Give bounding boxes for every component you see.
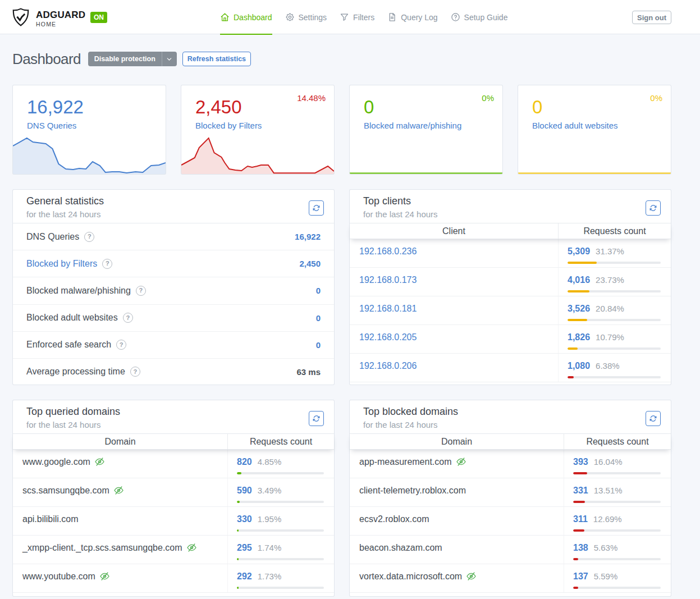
requests-cell: 1,080 6.38%	[559, 354, 671, 382]
chevron-down-icon	[166, 56, 172, 62]
general-statistics-row: Average processing time ? 63 ms	[13, 359, 334, 385]
requests-count: 311	[573, 514, 588, 525]
nav-item[interactable]: Filters	[340, 0, 374, 34]
help-icon[interactable]: ?	[102, 259, 112, 269]
table-row: scs.samsungqbe.com 590 3.49%	[13, 478, 334, 507]
stat-card: 0 Blocked malware/phishing 0%	[349, 85, 503, 175]
logo-sub-text: HOME	[36, 21, 85, 28]
requests-cell: 292 1.73%	[228, 564, 334, 592]
nav-item-label: Dashboard	[234, 13, 272, 22]
column-header-domain[interactable]: Domain	[350, 434, 564, 449]
column-header-domain[interactable]: Domain	[13, 434, 228, 449]
requests-bar-fill	[568, 347, 578, 350]
sign-out-button[interactable]: Sign out	[632, 11, 671, 24]
client-ip-link[interactable]: 192.168.0.181	[359, 304, 417, 313]
requests-bar-track	[573, 501, 661, 503]
requests-percent: 13.51%	[594, 485, 623, 496]
main-nav: Dashboard Settings Filters	[220, 0, 507, 34]
stat-card: 16,922 DNS Queries	[12, 85, 166, 175]
top-queried-domains-card: Top queried domains for the last 24 hour…	[12, 400, 335, 597]
client-ip-link[interactable]: 192.168.0.236	[359, 246, 417, 256]
requests-percent: 1.95%	[258, 514, 282, 525]
general-statistics-row: DNS Queries ? 16,922	[13, 223, 334, 250]
help-icon[interactable]: ?	[130, 367, 140, 377]
requests-percent: 23.73%	[596, 275, 624, 286]
funnel-icon	[340, 12, 349, 22]
requests-count: 138	[573, 542, 588, 554]
domain-name: www.youtube.com	[22, 571, 95, 581]
help-icon[interactable]: ?	[116, 340, 126, 350]
client-ip-link[interactable]: 192.168.0.206	[359, 361, 417, 371]
nav-item[interactable]: Query Log	[387, 0, 437, 34]
disable-protection-button[interactable]: Disable protection	[88, 52, 162, 66]
requests-bar-track	[568, 262, 661, 264]
nav-item-label: Setup Guide	[464, 13, 508, 22]
requests-bar-track	[237, 558, 324, 560]
refresh-card-button[interactable]	[646, 200, 661, 216]
nav-item[interactable]: Dashboard	[220, 0, 272, 34]
requests-bar-track	[573, 472, 661, 474]
requests-line: 820 4.85%	[237, 456, 324, 468]
stat-cards-row: 16,922 DNS Queries 2,450 Blocked by Filt…	[12, 85, 671, 175]
adguard-logo[interactable]: ADGUARD HOME	[12, 8, 85, 28]
refresh-statistics-button[interactable]: Refresh statistics	[182, 52, 251, 66]
client-cell: 192.168.0.205	[350, 325, 559, 353]
nav-item[interactable]: Setup Guide	[451, 0, 508, 34]
client-ip-link[interactable]: 192.168.0.173	[359, 275, 417, 285]
help-icon[interactable]: ?	[136, 286, 146, 296]
requests-bar-track	[237, 472, 324, 474]
client-cell: 192.168.0.236	[350, 239, 559, 267]
requests-cell: 4,016 23.73%	[559, 268, 671, 296]
card-header: General statistics for the last 24 hours	[13, 190, 334, 223]
domain-cell: client-telemetry.roblox.com	[350, 478, 564, 506]
requests-percent: 20.84%	[596, 303, 624, 314]
requests-bar-fill	[568, 262, 597, 264]
requests-count: 3,526	[568, 303, 590, 314]
stat-card-label[interactable]: Blocked malware/phishing	[364, 120, 461, 131]
eye-off-icon	[99, 571, 110, 582]
requests-line: 4,016 23.73%	[568, 275, 661, 286]
column-header-requests-count[interactable]: Requests count	[559, 223, 671, 239]
refresh-icon	[312, 414, 321, 423]
document-icon	[387, 12, 397, 22]
column-header-requests-count[interactable]: Requests count	[564, 434, 671, 449]
requests-cell: 330 1.95%	[228, 507, 334, 535]
nav-item-label: Settings	[299, 13, 327, 22]
column-header-requests-count[interactable]: Requests count	[228, 434, 334, 449]
requests-bar-fill	[568, 376, 574, 378]
domain-name: ecsv2.roblox.com	[359, 514, 429, 524]
stat-card-label[interactable]: Blocked adult websites	[532, 120, 618, 131]
column-header-client[interactable]: Client	[350, 223, 559, 239]
requests-bar-track	[573, 587, 661, 589]
requests-count: 1,080	[568, 360, 590, 372]
stat-row-value: 0	[316, 340, 321, 350]
table-row: 192.168.0.206 1,080 6.38%	[350, 354, 671, 382]
nav-item[interactable]: Settings	[285, 0, 327, 34]
help-icon[interactable]: ?	[84, 232, 94, 242]
table-row: 192.168.0.236 5,309 31.37%	[350, 239, 671, 268]
nav-item-label: Query Log	[401, 13, 437, 22]
requests-percent: 5.63%	[594, 542, 618, 554]
stat-card-label[interactable]: Blocked by Filters	[195, 120, 262, 131]
card-subtitle: for the last 24 hours	[26, 209, 321, 220]
stat-row-label: Blocked adult websites	[26, 313, 118, 323]
refresh-card-button[interactable]	[309, 411, 324, 426]
domain-name: app-measurement.com	[359, 457, 452, 467]
table-row: app-measurement.com 393 16.04%	[350, 450, 671, 478]
disable-protection-dropdown-button[interactable]	[162, 52, 177, 66]
table-row: 192.168.0.181 3,526 20.84%	[350, 296, 671, 325]
requests-line: 5,309 31.37%	[568, 246, 661, 257]
general-statistics-list: DNS Queries ? 16,922 Blocked by Filters …	[13, 223, 334, 385]
refresh-icon	[312, 204, 321, 212]
refresh-card-button[interactable]	[646, 411, 661, 426]
help-icon[interactable]: ?	[123, 313, 133, 323]
eye-off-icon	[113, 485, 124, 496]
refresh-card-button[interactable]	[309, 200, 324, 216]
table-header: Domain Requests count	[350, 434, 671, 450]
requests-count: 292	[237, 571, 252, 582]
requests-line: 393 16.04%	[573, 456, 661, 468]
domain-name: _xmpp-client._tcp.scs.samsungqbe.com	[22, 543, 182, 552]
dashboard-content: Dashboard Disable protection Refresh sta…	[12, 49, 671, 597]
client-ip-link[interactable]: 192.168.0.205	[359, 332, 417, 342]
stat-card-label[interactable]: DNS Queries	[27, 120, 76, 131]
